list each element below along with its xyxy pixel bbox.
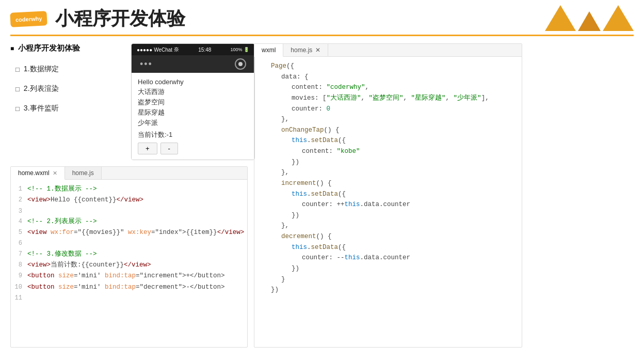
nav-item-list-render: 2.列表渲染 xyxy=(10,81,124,97)
code-line: onChangeTap() { xyxy=(254,125,522,136)
code-line: 7 <!-- 3.修改数据 --> xyxy=(11,249,247,260)
mountain-icon xyxy=(545,5,576,31)
phone-body: Hello coderwhy 大话西游 盗梦空间 星际穿越 少年派 当前计数:-… xyxy=(132,73,254,160)
section-title: 小程序开发初体验 xyxy=(10,43,124,53)
nav-item-data-binding: 1.数据绑定 xyxy=(10,61,124,77)
logo: coderwhy xyxy=(10,11,47,27)
phone-hello: Hello coderwhy xyxy=(138,78,248,86)
code-line: } xyxy=(254,274,522,285)
phone-buttons: + - xyxy=(138,143,248,154)
code-line: 9 <button size='mini' bind:tap="incremen… xyxy=(11,271,247,281)
code-line: }) xyxy=(254,157,522,168)
code-line: 2 <view>Hello {{content}}</view> xyxy=(11,195,247,206)
left-panel: 小程序开发初体验 1.数据绑定 2.列表渲染 3.事件监听 xyxy=(10,43,124,120)
js-editor-body: Page({ data: { content: "coderwhy", movi… xyxy=(254,57,522,347)
code-line: }, xyxy=(254,167,522,178)
phone-counter: 当前计数:-1 xyxy=(138,130,248,139)
page-title: 小程序开发体验 xyxy=(55,6,185,32)
code-line: counter: ++this.data.counter xyxy=(254,199,522,210)
left-column: 小程序开发初体验 1.数据绑定 2.列表渲染 3.事件监听 xyxy=(10,43,248,348)
phone-list-item: 盗梦空间 xyxy=(138,97,248,107)
code-line: decrement() { xyxy=(254,231,522,242)
top-left-row: 小程序开发初体验 1.数据绑定 2.列表渲染 3.事件监听 xyxy=(10,43,248,160)
js-editor: wxml home.js ✕ Page({ data: { c xyxy=(254,43,522,348)
code-line: this.setData({ xyxy=(254,135,522,146)
tab-close-icon[interactable]: ✕ xyxy=(53,170,57,177)
code-line: increment() { xyxy=(254,178,522,189)
nav-item-event-listen: 3.事件监听 xyxy=(10,101,124,116)
code-line: 3 xyxy=(11,206,247,216)
code-line: content: "coderwhy", xyxy=(254,82,522,93)
code-line: }) xyxy=(254,285,522,295)
tab-home-wxml[interactable]: home.wxml ✕ xyxy=(11,167,65,180)
header: coderwhy 小程序开发体验 xyxy=(0,0,644,32)
phone-list-item: 大话西游 xyxy=(138,87,248,97)
decoration xyxy=(545,5,634,31)
mountain-icon xyxy=(603,5,634,31)
code-line: }) xyxy=(254,210,522,221)
code-line: counter: 0 xyxy=(254,104,522,115)
code-line: movies: ["大话西游", "盗梦空间", "星际穿越", "少年派"], xyxy=(254,93,522,104)
tab-home-js-right[interactable]: home.js ✕ xyxy=(283,44,328,56)
phone-mockup: ●●●●● WeChat 奈 15:48 100% 🔋 ••• xyxy=(131,43,255,160)
phone-list-item: 星际穿越 xyxy=(138,107,248,118)
phone-toolbar: ••• xyxy=(132,55,254,73)
main-content: 小程序开发初体验 1.数据绑定 2.列表渲染 3.事件监听 xyxy=(0,36,644,355)
phone-menu-dots: ••• xyxy=(140,59,153,70)
phone-minus-button[interactable]: - xyxy=(160,143,178,154)
code-line: }, xyxy=(254,114,522,125)
mountain-icon xyxy=(578,11,601,31)
code-line: data: { xyxy=(254,72,522,83)
code-line: 4 <!-- 2.列表展示 --> xyxy=(11,216,247,227)
js-editor-tabs: wxml home.js ✕ xyxy=(254,44,522,57)
code-line: 10 <button size='mini' bind:tap="decreme… xyxy=(11,282,247,293)
code-line: 8 <view>当前计数:{{counter}}</view> xyxy=(11,260,247,271)
phone-container: ●●●●● WeChat 奈 15:48 100% 🔋 ••• xyxy=(131,43,255,160)
wxml-editor-tabs: home.wxml ✕ home.js xyxy=(11,167,247,180)
phone-statusbar: ●●●●● WeChat 奈 15:48 100% 🔋 xyxy=(132,44,254,55)
code-line: counter: --this.data.counter xyxy=(254,253,522,263)
code-line: }, xyxy=(254,221,522,231)
code-line: }) xyxy=(254,263,522,274)
wxml-editor-body: 1 <!-- 1.数据展示 --> 2 <view>Hello {{conten… xyxy=(11,180,247,347)
phone-list-item: 少年派 xyxy=(138,118,248,128)
code-line: 11 xyxy=(11,293,247,303)
phone-plus-button[interactable]: + xyxy=(138,143,157,154)
code-line: Page({ xyxy=(254,61,522,72)
tab-wxml[interactable]: wxml xyxy=(254,44,283,57)
phone-record-icon xyxy=(235,58,246,70)
wxml-editor: home.wxml ✕ home.js 1 <!-- 1.数据展示 --> xyxy=(10,166,248,348)
tab-home-js[interactable]: home.js xyxy=(65,167,102,179)
code-line: 5 <view wx:for="{{movies}}" wx:key="inde… xyxy=(11,227,247,238)
code-line: 1 <!-- 1.数据展示 --> xyxy=(11,184,247,195)
tab-close-icon[interactable]: ✕ xyxy=(315,46,320,54)
code-line: content: "kobe" xyxy=(254,146,522,157)
code-line: 6 xyxy=(11,238,247,248)
code-line: this.setData({ xyxy=(254,189,522,200)
content-row: 小程序开发初体验 1.数据绑定 2.列表渲染 3.事件监听 xyxy=(10,43,522,348)
code-line: this.setData({ xyxy=(254,242,522,253)
